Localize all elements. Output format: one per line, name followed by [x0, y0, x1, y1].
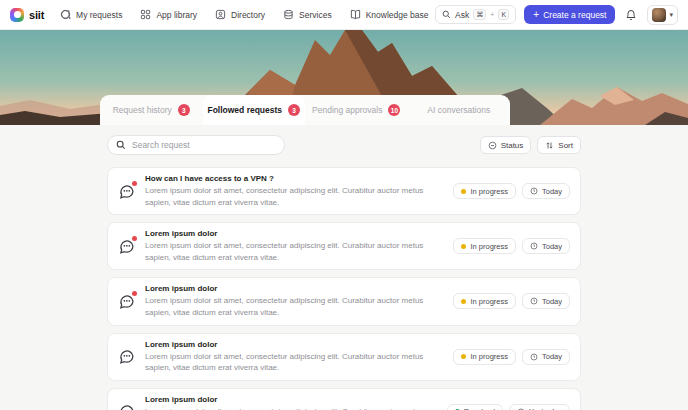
create-request-button[interactable]: + Create a request — [524, 5, 615, 24]
request-description: Lorem ipsum dolor sit amet, consectetur … — [145, 185, 443, 208]
clock-icon — [530, 297, 538, 305]
request-card[interactable]: Lorem ipsum dolor Lorem ipsum dolor sit … — [107, 333, 581, 381]
request-description: Lorem ipsum dolor sit amet, consectetur … — [145, 406, 437, 410]
status-badge: In progress — [453, 293, 516, 309]
search-icon — [116, 140, 126, 150]
request-card[interactable]: Lorem ipsum dolor Lorem ipsum dolor sit … — [107, 388, 581, 410]
status-dot — [461, 354, 466, 359]
chat-bubble-icon — [60, 9, 71, 20]
main-content: Status Sort How can I have access to a V… — [0, 125, 688, 410]
nav-item-services[interactable]: Services — [283, 9, 332, 20]
tab-count-badge: 3 — [178, 104, 190, 116]
search-icon — [442, 10, 451, 19]
date-badge: Yesterday — [509, 404, 570, 410]
notifications-button[interactable] — [623, 7, 639, 23]
status-badge: In progress — [453, 238, 516, 254]
nav-item-label: App library — [156, 10, 197, 20]
request-chat-icon — [118, 183, 135, 200]
request-title: Lorem ipsum dolor — [145, 229, 443, 238]
unread-dot — [132, 181, 137, 186]
clock-icon — [530, 187, 538, 195]
grid-icon — [140, 9, 151, 20]
sort-button[interactable]: Sort — [537, 136, 581, 154]
clock-icon — [530, 242, 538, 250]
tab-label: Request history — [113, 105, 172, 115]
request-card[interactable]: Lorem ipsum dolor Lorem ipsum dolor sit … — [107, 277, 581, 325]
tab-pending-approvals[interactable]: Pending approvals 10 — [305, 95, 408, 125]
tab-followed-requests[interactable]: Followed requests 3 — [203, 95, 306, 125]
siit-logo-icon — [10, 8, 24, 22]
tab-request-history[interactable]: Request history 3 — [100, 95, 203, 125]
hero-banner: Request history 3 Followed requests 3 Pe… — [0, 30, 688, 125]
nav-item-label: Knowledge base — [366, 10, 429, 20]
tab-ai-conversations[interactable]: AI conversations — [408, 95, 511, 125]
cmd-keycap: ⌘ — [473, 9, 486, 20]
tab-label: AI conversations — [427, 105, 490, 115]
request-chat-icon — [118, 293, 135, 310]
nav-item-label: My requests — [76, 10, 122, 20]
request-chat-icon — [118, 238, 135, 255]
request-card[interactable]: How can I have access to a VPN ? Lorem i… — [107, 167, 581, 215]
chevron-down-icon: ▾ — [669, 11, 673, 19]
status-filter-button[interactable]: Status — [480, 136, 532, 154]
user-avatar — [652, 8, 666, 22]
status-badge: In progress — [453, 183, 516, 199]
nav-menu: My requests App library Directory Servic… — [60, 9, 428, 20]
request-title: Lorem ipsum dolor — [145, 284, 443, 293]
nav-right-cluster: Ask ⌘ + K + Create a request ▾ — [435, 5, 678, 25]
request-tabs: Request history 3 Followed requests 3 Pe… — [100, 95, 510, 125]
status-dot — [461, 244, 466, 249]
ask-search-button[interactable]: Ask ⌘ + K — [435, 5, 516, 24]
nav-item-label: Directory — [231, 10, 265, 20]
status-filter-label: Status — [501, 141, 524, 150]
request-title: Lorem ipsum dolor — [145, 340, 443, 349]
siit-logo[interactable]: siit — [10, 8, 44, 22]
tab-label: Pending approvals — [312, 105, 382, 115]
nav-item-app-library[interactable]: App library — [140, 9, 197, 20]
stack-icon — [283, 9, 294, 20]
date-badge: Today — [522, 183, 570, 199]
request-description: Lorem ipsum dolor sit amet, consectetur … — [145, 351, 443, 374]
request-description: Lorem ipsum dolor sit amet, consectetur … — [145, 295, 443, 318]
siit-logo-text: siit — [29, 9, 44, 21]
request-title: Lorem ipsum dolor — [145, 395, 437, 404]
date-badge: Today — [522, 349, 570, 365]
tab-label: Followed requests — [207, 105, 282, 115]
top-navbar: siit My requests App library Directory S… — [0, 0, 688, 30]
sort-label: Sort — [558, 141, 573, 150]
toolbar-filters: Status Sort — [480, 136, 581, 154]
person-card-icon — [215, 9, 226, 20]
keycap-separator: + — [490, 11, 494, 18]
tab-count-badge: 3 — [288, 104, 300, 116]
bell-icon — [625, 9, 637, 21]
search-request-input[interactable] — [132, 140, 276, 150]
request-description: Lorem ipsum dolor sit amet, consectetur … — [145, 240, 443, 263]
request-chat-icon — [118, 403, 135, 410]
ask-label: Ask — [455, 10, 469, 20]
status-badge: Resolved — [447, 404, 503, 410]
unread-dot — [132, 291, 137, 296]
date-badge: Today — [522, 238, 570, 254]
request-card[interactable]: Lorem ipsum dolor Lorem ipsum dolor sit … — [107, 222, 581, 270]
clock-icon — [530, 353, 538, 361]
status-badge: In progress — [453, 349, 516, 365]
status-dot — [461, 189, 466, 194]
k-keycap: K — [498, 9, 509, 20]
book-icon — [350, 9, 361, 20]
nav-item-my-requests[interactable]: My requests — [60, 9, 122, 20]
status-dot — [461, 299, 466, 304]
nav-item-knowledge-base[interactable]: Knowledge base — [350, 9, 429, 20]
request-title: How can I have access to a VPN ? — [145, 174, 443, 183]
user-menu-button[interactable]: ▾ — [647, 5, 678, 25]
unread-dot — [132, 236, 137, 241]
request-chat-icon — [118, 348, 135, 365]
create-request-label: Create a request — [543, 10, 606, 20]
list-toolbar: Status Sort — [107, 135, 581, 155]
tab-count-badge: 10 — [388, 104, 400, 116]
plus-icon: + — [533, 10, 539, 20]
nav-item-label: Services — [299, 10, 332, 20]
sort-arrows-icon — [545, 141, 554, 150]
search-request-box — [107, 135, 285, 155]
date-badge: Today — [522, 293, 570, 309]
nav-item-directory[interactable]: Directory — [215, 9, 265, 20]
